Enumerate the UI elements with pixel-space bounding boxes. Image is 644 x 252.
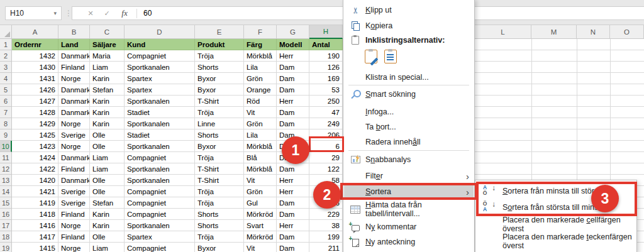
row-header-15[interactable]: 15: [0, 197, 12, 209]
table-cell[interactable]: Norge: [58, 118, 90, 129]
table-cell[interactable]: Herr: [277, 220, 309, 231]
menu-item-klistra-in-special[interactable]: Klistra in special...: [344, 70, 474, 85]
table-cell[interactable]: Liam: [90, 152, 125, 163]
table-cell[interactable]: Blå: [244, 152, 277, 163]
row-header-18[interactable]: 18: [0, 231, 12, 243]
table-cell[interactable]: Dam: [277, 107, 309, 118]
row-header-11[interactable]: 11: [0, 152, 12, 163]
table-cell[interactable]: Finland: [58, 62, 90, 73]
table-cell[interactable]: Karin: [90, 96, 125, 107]
table-cell[interactable]: Stefan: [90, 197, 125, 209]
column-header-O[interactable]: O: [610, 25, 644, 39]
table-cell[interactable]: Gul: [244, 197, 277, 209]
table-cell[interactable]: Tröja: [195, 186, 244, 197]
table-cell[interactable]: Sportkanalen: [125, 118, 195, 129]
table-cell[interactable]: 1419: [12, 197, 58, 209]
table-cell[interactable]: Grön: [244, 118, 277, 129]
column-header-D[interactable]: D: [125, 25, 195, 39]
table-cell[interactable]: Olle: [90, 129, 125, 141]
row-header-19[interactable]: 19: [0, 243, 12, 252]
table-cell[interactable]: 1431: [12, 73, 58, 84]
table-cell[interactable]: Herr: [277, 175, 309, 186]
row-header-6[interactable]: 6: [0, 96, 12, 107]
table-cell[interactable]: Stadiet: [125, 129, 195, 141]
table-cell[interactable]: Dam: [277, 231, 309, 243]
table-cell[interactable]: 199: [309, 231, 343, 243]
table-cell[interactable]: Stadiet: [125, 107, 195, 118]
paste-default-icon-button[interactable]: [384, 50, 397, 66]
menu-item-klipp-ut[interactable]: ✂Klipp ut: [344, 3, 474, 18]
table-cell[interactable]: Norge: [58, 220, 90, 231]
row-header-17[interactable]: 17: [0, 220, 12, 231]
table-cell[interactable]: Dam: [277, 243, 309, 252]
table-cell[interactable]: Grön: [244, 186, 277, 197]
table-cell[interactable]: 38: [309, 220, 343, 231]
column-header-E[interactable]: E: [195, 25, 244, 39]
table-cell[interactable]: Grön: [244, 73, 277, 84]
table-cell[interactable]: 1425: [12, 129, 58, 141]
table-cell[interactable]: Shorts: [195, 62, 244, 73]
table-cell[interactable]: Shorts: [195, 129, 244, 141]
column-header-L[interactable]: L: [475, 25, 531, 39]
table-cell[interactable]: Röd: [244, 96, 277, 107]
table-cell[interactable]: 122: [309, 163, 343, 175]
table-cell[interactable]: Olle: [90, 175, 125, 186]
table-cell[interactable]: 249: [309, 118, 343, 129]
column-header-C[interactable]: C: [90, 25, 125, 39]
table-cell[interactable]: Tröja: [195, 197, 244, 209]
table-cell[interactable]: Svart: [244, 220, 277, 231]
row-header-2[interactable]: 2: [0, 50, 12, 62]
select-all-corner[interactable]: [0, 25, 12, 39]
menu-item-inklistringsalternativ[interactable]: Inklistringsalternativ:: [344, 33, 474, 48]
table-cell[interactable]: Vit: [244, 107, 277, 118]
table-cell[interactable]: 126: [309, 62, 343, 73]
table-cell[interactable]: Tröja: [195, 152, 244, 163]
table-cell[interactable]: Mörkblå: [244, 50, 277, 62]
table-cell[interactable]: Shorts: [195, 209, 244, 220]
table-cell[interactable]: Karin: [90, 118, 125, 129]
table-cell[interactable]: Herr: [277, 186, 309, 197]
table-cell[interactable]: Maria: [90, 50, 125, 62]
table-cell[interactable]: Sverige: [58, 197, 90, 209]
column-header-F[interactable]: F: [244, 25, 277, 39]
enter-icon[interactable]: ✓: [99, 9, 115, 18]
table-cell[interactable]: Liam: [90, 243, 125, 252]
table-cell[interactable]: Danmark: [58, 50, 90, 62]
submenu-item-3[interactable]: Placera den markerade cellfärgen överst: [476, 216, 636, 233]
table-cell[interactable]: Byxor: [195, 243, 244, 252]
table-cell[interactable]: 211: [309, 243, 343, 252]
table-cell[interactable]: 1432: [12, 50, 58, 62]
table-cell[interactable]: Spartex: [125, 73, 195, 84]
paste-formatting-icon-button[interactable]: [365, 50, 377, 66]
table-cell[interactable]: Stefan: [90, 84, 125, 96]
table-cell[interactable]: Sportkanalen: [125, 62, 195, 73]
table-cell[interactable]: Dam: [277, 62, 309, 73]
table-cell[interactable]: Compagniet: [125, 50, 195, 62]
menu-item-ta-bort[interactable]: Ta bort...: [344, 119, 474, 134]
table-cell[interactable]: Sportkanalen: [125, 141, 195, 152]
table-cell[interactable]: 53: [309, 84, 343, 96]
table-cell[interactable]: 29: [309, 152, 343, 163]
table-cell[interactable]: Byxor: [195, 141, 244, 152]
table-cell[interactable]: Danmark: [58, 107, 90, 118]
row-header-3[interactable]: 3: [0, 62, 12, 73]
table-cell[interactable]: T-Shirt: [195, 163, 244, 175]
table-cell[interactable]: Herr: [277, 50, 309, 62]
table-cell[interactable]: Dam: [277, 209, 309, 220]
row-header-4[interactable]: 4: [0, 73, 12, 84]
table-cell[interactable]: T-Shirt: [195, 175, 244, 186]
table-cell[interactable]: 1426: [12, 84, 58, 96]
table-cell[interactable]: 1428: [12, 107, 58, 118]
table-cell[interactable]: 1420: [12, 175, 58, 186]
column-header-H[interactable]: H: [309, 25, 343, 39]
table-cell[interactable]: 1423: [12, 141, 58, 152]
table-cell[interactable]: Finland: [58, 209, 90, 220]
table-cell[interactable]: Lila: [244, 129, 277, 141]
formula-input[interactable]: 60: [143, 9, 152, 18]
row-header-16[interactable]: 16: [0, 209, 12, 220]
row-header-9[interactable]: 9: [0, 129, 12, 141]
table-cell[interactable]: Danmark: [58, 84, 90, 96]
table-cell[interactable]: Compagniet: [125, 152, 195, 163]
table-cell[interactable]: Liam: [90, 62, 125, 73]
table-cell[interactable]: Dam: [277, 73, 309, 84]
